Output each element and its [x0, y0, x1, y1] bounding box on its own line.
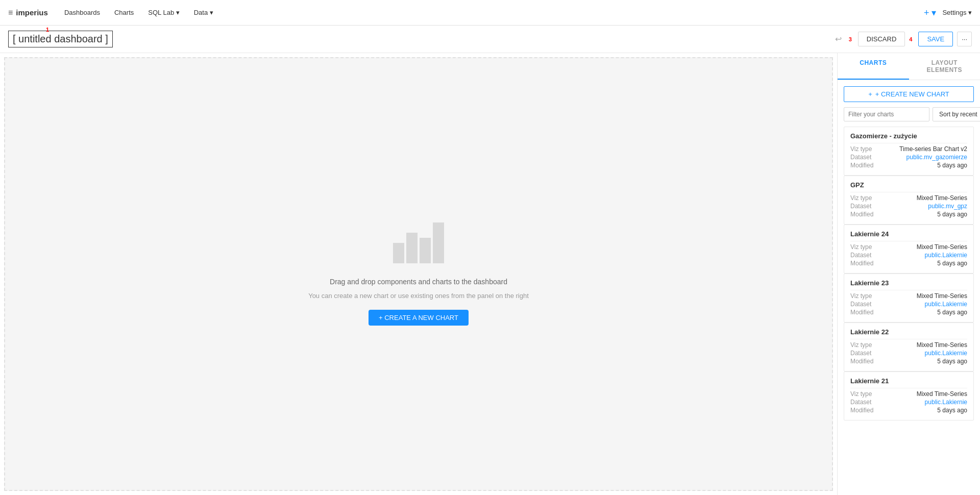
- dataset-label: Dataset: [850, 301, 871, 308]
- modified-label: Modified: [850, 211, 873, 218]
- dataset-label: Dataset: [850, 350, 871, 357]
- viz-type-value: Mixed Time-Series: [917, 390, 967, 398]
- chart-name: Lakiernie 23: [850, 279, 967, 287]
- modified-label: Modified: [850, 162, 873, 169]
- chart-meta-dataset: Dataset public.Lakiernie: [850, 399, 967, 406]
- panel-tabs: CHARTS LAYOUT ELEMENTS: [838, 53, 980, 80]
- chart-meta-dataset: Dataset public.Lakiernie: [850, 252, 967, 259]
- logo-text: imperius: [16, 8, 48, 17]
- chart-name: GPZ: [850, 181, 967, 189]
- chart-meta-viz: Viz type Time-series Bar Chart v2: [850, 145, 967, 153]
- chart-meta-modified: Modified 5 days ago: [850, 211, 967, 218]
- viz-type-label: Viz type: [850, 341, 872, 349]
- viz-type-value: Mixed Time-Series: [917, 243, 967, 251]
- dataset-label: Dataset: [850, 203, 871, 210]
- sort-select[interactable]: Sort by recent: [933, 107, 980, 121]
- chart-meta-dataset: Dataset public.Lakiernie: [850, 301, 967, 308]
- viz-type-label: Viz type: [850, 243, 872, 251]
- canvas-main-text: Drag and drop components and charts to t…: [330, 278, 507, 286]
- dataset-label: Dataset: [850, 252, 871, 259]
- viz-type-label: Viz type: [850, 145, 872, 153]
- modified-label: Modified: [850, 358, 873, 365]
- chart-placeholder-icon: [393, 222, 444, 263]
- create-chart-panel-button[interactable]: + + CREATE NEW CHART: [844, 86, 974, 102]
- modified-label: Modified: [850, 260, 873, 267]
- top-nav: ≡ imperius Dashboards Charts SQL Lab ▾ D…: [0, 0, 980, 26]
- nav-sql-lab[interactable]: SQL Lab ▾: [142, 6, 185, 19]
- viz-type-label: Viz type: [850, 390, 872, 398]
- viz-type-value: Mixed Time-Series: [917, 292, 967, 300]
- hamburger-icon[interactable]: ≡: [8, 8, 13, 17]
- nav-right: + ▾ Settings ▾: [924, 7, 972, 18]
- discard-button[interactable]: DISCARD: [858, 32, 905, 46]
- save-button[interactable]: SAVE: [918, 32, 953, 46]
- modified-value: 5 days ago: [937, 407, 967, 414]
- viz-type-value: Time-series Bar Chart v2: [899, 145, 967, 153]
- chart-list-item[interactable]: Gazomierze - zużycie Viz type Time-serie…: [844, 127, 974, 176]
- dataset-value[interactable]: public.Lakiernie: [925, 252, 967, 259]
- dataset-label: Dataset: [850, 399, 871, 406]
- chart-meta-viz: Viz type Mixed Time-Series: [850, 243, 967, 251]
- dataset-label: Dataset: [850, 154, 871, 161]
- chart-meta-viz: Viz type Mixed Time-Series: [850, 194, 967, 202]
- logo: ≡ imperius: [8, 8, 48, 17]
- chart-list-item[interactable]: Lakiernie 24 Viz type Mixed Time-Series …: [844, 225, 974, 274]
- nav-data[interactable]: Data ▾: [188, 6, 219, 19]
- dataset-value[interactable]: public.Lakiernie: [925, 399, 967, 406]
- chart-list-item[interactable]: GPZ Viz type Mixed Time-Series Dataset p…: [844, 176, 974, 225]
- chart-list-item[interactable]: Lakiernie 22 Viz type Mixed Time-Series …: [844, 323, 974, 372]
- chart-meta-dataset: Dataset public.mv_gazomierze: [850, 154, 967, 161]
- modified-value: 5 days ago: [937, 309, 967, 316]
- chart-meta-viz: Viz type Mixed Time-Series: [850, 341, 967, 349]
- chart-list-item[interactable]: Lakiernie 21 Viz type Mixed Time-Series …: [844, 372, 974, 420]
- create-chart-center-button[interactable]: + CREATE A NEW CHART: [369, 310, 469, 326]
- bar-2: [406, 233, 418, 263]
- title-bar: 1 [ untitled dashboard ] ↩ 3 DISCARD 4 S…: [0, 26, 980, 53]
- dataset-value[interactable]: public.mv_gpz: [928, 203, 967, 210]
- chart-name: Gazomierze - zużycie: [850, 132, 967, 140]
- modified-value: 5 days ago: [937, 260, 967, 267]
- nav-dashboards[interactable]: Dashboards: [58, 6, 106, 19]
- chart-meta-modified: Modified 5 days ago: [850, 260, 967, 267]
- chart-name: Lakiernie 22: [850, 328, 967, 336]
- modified-value: 5 days ago: [937, 358, 967, 365]
- nav-plus-button[interactable]: + ▾: [924, 7, 937, 18]
- viz-type-value: Mixed Time-Series: [917, 341, 967, 349]
- chart-meta-viz: Viz type Mixed Time-Series: [850, 292, 967, 300]
- viz-type-label: Viz type: [850, 292, 872, 300]
- tab-charts[interactable]: CHARTS: [838, 53, 909, 80]
- modified-value: 5 days ago: [937, 211, 967, 218]
- chart-meta-modified: Modified 5 days ago: [850, 162, 967, 169]
- viz-type-value: Mixed Time-Series: [917, 194, 967, 202]
- chart-name: Lakiernie 21: [850, 377, 967, 385]
- chart-meta-modified: Modified 5 days ago: [850, 407, 967, 414]
- filter-charts-input[interactable]: [844, 107, 929, 121]
- main-layout: Drag and drop components and charts to t…: [0, 53, 980, 495]
- chart-meta-modified: Modified 5 days ago: [850, 309, 967, 316]
- dataset-value[interactable]: public.mv_gazomierze: [906, 154, 967, 161]
- dashboard-title[interactable]: [ untitled dashboard ]: [8, 31, 113, 47]
- nav-settings[interactable]: Settings ▾: [942, 9, 972, 16]
- dataset-value[interactable]: public.Lakiernie: [925, 301, 967, 308]
- nav-charts[interactable]: Charts: [108, 6, 140, 19]
- undo-button[interactable]: ↩: [832, 31, 845, 47]
- dashboard-canvas: Drag and drop components and charts to t…: [4, 57, 833, 491]
- more-button[interactable]: ···: [957, 32, 972, 46]
- chart-list-item[interactable]: Lakiernie 23 Viz type Mixed Time-Series …: [844, 274, 974, 323]
- plus-icon: +: [868, 90, 872, 98]
- right-panel: CHARTS LAYOUT ELEMENTS + + CREATE NEW CH…: [837, 53, 980, 495]
- title-actions: ↩ 3 DISCARD 4 SAVE ···: [832, 31, 972, 47]
- chart-meta-dataset: Dataset public.mv_gpz: [850, 203, 967, 210]
- viz-type-label: Viz type: [850, 194, 872, 202]
- modified-value: 5 days ago: [937, 162, 967, 169]
- modified-label: Modified: [850, 407, 873, 414]
- filter-row: Sort by recent: [844, 107, 974, 121]
- tab-layout-elements[interactable]: LAYOUT ELEMENTS: [909, 53, 981, 80]
- chart-meta-modified: Modified 5 days ago: [850, 358, 967, 365]
- bar-4: [433, 222, 444, 263]
- dataset-value[interactable]: public.Lakiernie: [925, 350, 967, 357]
- bar-1: [393, 243, 404, 263]
- panel-body: + + CREATE NEW CHART Sort by recent Gazo…: [838, 80, 980, 495]
- chart-name: Lakiernie 24: [850, 230, 967, 238]
- chart-meta-dataset: Dataset public.Lakiernie: [850, 350, 967, 357]
